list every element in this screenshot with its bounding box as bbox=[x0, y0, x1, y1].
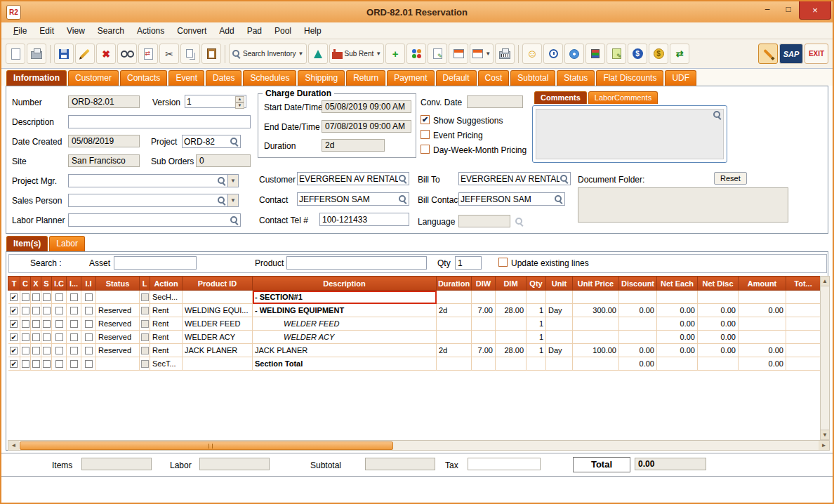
grid-column-header[interactable]: Amount bbox=[739, 277, 786, 291]
print-barcode-button[interactable] bbox=[495, 44, 515, 64]
show-suggestions-checkbox[interactable]: ✔ bbox=[421, 115, 430, 124]
grid-column-header[interactable]: Product ID bbox=[183, 277, 253, 291]
labor-planner-field[interactable] bbox=[68, 213, 241, 227]
dwm-pricing-checkbox[interactable] bbox=[421, 145, 430, 154]
tab[interactable]: Payment bbox=[387, 70, 434, 86]
grid-column-header[interactable]: X bbox=[31, 277, 41, 291]
row-checkbox[interactable] bbox=[55, 360, 63, 368]
tab[interactable]: Default bbox=[436, 70, 477, 86]
tab[interactable]: Dates bbox=[206, 70, 241, 86]
edit-note-button[interactable] bbox=[428, 44, 447, 64]
tab[interactable]: Information bbox=[6, 70, 67, 86]
tab[interactable]: Contacts bbox=[120, 70, 167, 86]
menu-item[interactable]: View bbox=[60, 24, 91, 38]
grid-column-header[interactable]: Net Disc bbox=[698, 277, 739, 291]
database-cubes-button[interactable] bbox=[585, 44, 605, 64]
row-checkbox[interactable] bbox=[32, 333, 40, 341]
table-row[interactable]: ✔ Reserved Rent WELDER FEED WELDER FEED bbox=[8, 317, 821, 331]
scroll-right-icon[interactable]: ► bbox=[819, 441, 829, 450]
sales-person-dropdown-button[interactable]: ▼ bbox=[227, 194, 239, 207]
row-checkbox[interactable]: ✔ bbox=[10, 360, 18, 368]
version-spinner[interactable]: ▲▼ bbox=[235, 96, 244, 107]
comments-search-icon[interactable] bbox=[713, 110, 722, 119]
spinner-up-icon[interactable]: ▲ bbox=[235, 96, 244, 102]
bill-contact-field[interactable]: JEFFERSON SAM bbox=[458, 192, 565, 206]
tab[interactable]: Return bbox=[346, 70, 385, 86]
description-field[interactable] bbox=[68, 115, 251, 128]
row-checkbox[interactable]: ✔ bbox=[10, 333, 18, 341]
grid-column-header[interactable]: I.I bbox=[81, 277, 96, 291]
grid-column-header[interactable]: Description bbox=[253, 277, 437, 291]
grid-column-header[interactable]: S bbox=[41, 277, 52, 291]
grid-column-header[interactable]: I.C bbox=[52, 277, 67, 291]
tab-labor-comments[interactable]: LaborComments bbox=[588, 91, 658, 104]
search-icon[interactable] bbox=[230, 215, 239, 225]
tab-comments[interactable]: Comments bbox=[534, 91, 587, 104]
row-checkbox[interactable] bbox=[85, 320, 93, 328]
menu-item[interactable]: Convert bbox=[171, 24, 213, 38]
grid-column-header[interactable]: Unit bbox=[546, 277, 573, 291]
row-checkbox[interactable] bbox=[22, 333, 29, 341]
tab[interactable]: UDF bbox=[665, 70, 696, 86]
table-row[interactable]: ✔ Reserved Rent WELDING EQUI... - WELDIN… bbox=[8, 304, 821, 317]
calendar-grid-button[interactable] bbox=[449, 44, 468, 64]
search-icon[interactable] bbox=[230, 137, 239, 146]
version-field[interactable]: 1 ▲▼ bbox=[185, 95, 246, 108]
row-checkbox[interactable]: ✔ bbox=[10, 307, 18, 314]
history-clock-button[interactable] bbox=[543, 44, 563, 64]
tab-items[interactable]: Item(s) bbox=[6, 236, 48, 251]
vertical-scrollbar[interactable]: ▲ ▼ bbox=[820, 276, 830, 440]
tab[interactable]: Shipping bbox=[298, 70, 345, 86]
pad-grid-button[interactable]: ▼ bbox=[470, 44, 494, 64]
tab[interactable]: Subtotal bbox=[510, 70, 555, 86]
row-checkbox[interactable] bbox=[85, 360, 93, 368]
copy-button[interactable] bbox=[180, 44, 200, 64]
search-icon[interactable] bbox=[560, 174, 569, 183]
grid-column-header[interactable]: Net Each bbox=[657, 277, 698, 291]
maximize-button[interactable]: □ bbox=[778, 1, 799, 17]
row-checkbox[interactable] bbox=[43, 360, 51, 368]
tab[interactable]: Customer bbox=[68, 70, 119, 86]
contact-field[interactable]: JEFFERSON SAM bbox=[297, 192, 409, 206]
asset-input[interactable] bbox=[114, 256, 197, 270]
convert-document-button[interactable] bbox=[138, 44, 158, 64]
qty-input[interactable] bbox=[455, 256, 482, 270]
save-disc-button[interactable] bbox=[564, 44, 584, 64]
find-button[interactable] bbox=[117, 44, 137, 64]
tax-field[interactable] bbox=[468, 458, 541, 470]
contact-tel-field[interactable] bbox=[319, 213, 409, 226]
row-checkbox[interactable] bbox=[32, 307, 40, 314]
reset-button[interactable]: Reset bbox=[714, 172, 747, 185]
grid-column-header[interactable]: Qty bbox=[527, 277, 546, 291]
sales-person-field[interactable] bbox=[68, 194, 228, 207]
transfer-items-button[interactable]: ⇄ bbox=[670, 44, 689, 64]
edit-button[interactable] bbox=[75, 44, 95, 64]
tab[interactable]: Status bbox=[557, 70, 595, 86]
row-checkbox[interactable] bbox=[22, 307, 29, 314]
tab[interactable]: Flat Discounts bbox=[596, 70, 663, 86]
row-checkbox[interactable] bbox=[32, 347, 40, 354]
menu-item[interactable]: Edit bbox=[33, 24, 60, 38]
row-checkbox[interactable] bbox=[55, 307, 63, 314]
row-checkbox[interactable] bbox=[85, 333, 93, 341]
grid-column-header[interactable]: Unit Price bbox=[573, 277, 619, 291]
grid-column-header[interactable]: Status bbox=[96, 277, 140, 291]
row-checkbox[interactable] bbox=[55, 320, 63, 328]
search-icon[interactable] bbox=[554, 194, 563, 204]
save-button[interactable] bbox=[54, 44, 74, 64]
grid-column-header[interactable]: C bbox=[20, 277, 31, 291]
search-icon[interactable] bbox=[398, 174, 407, 183]
customer-field[interactable]: EVERGREEN AV RENTAL bbox=[297, 172, 409, 185]
money-coins-button[interactable]: $ bbox=[649, 44, 668, 64]
row-checkbox[interactable] bbox=[70, 333, 78, 341]
horizontal-scroll-thumb[interactable] bbox=[20, 442, 393, 450]
grid-column-header[interactable]: I... bbox=[67, 277, 81, 291]
row-checkbox[interactable] bbox=[22, 293, 29, 301]
shapes-3d-button[interactable] bbox=[308, 44, 328, 64]
row-checkbox[interactable] bbox=[85, 293, 93, 301]
grid-column-header[interactable]: L bbox=[140, 277, 150, 291]
delete-button[interactable]: ✖ bbox=[96, 44, 116, 64]
menu-item[interactable]: File bbox=[7, 24, 33, 38]
paste-button[interactable] bbox=[201, 44, 221, 64]
row-checkbox[interactable] bbox=[43, 307, 51, 314]
